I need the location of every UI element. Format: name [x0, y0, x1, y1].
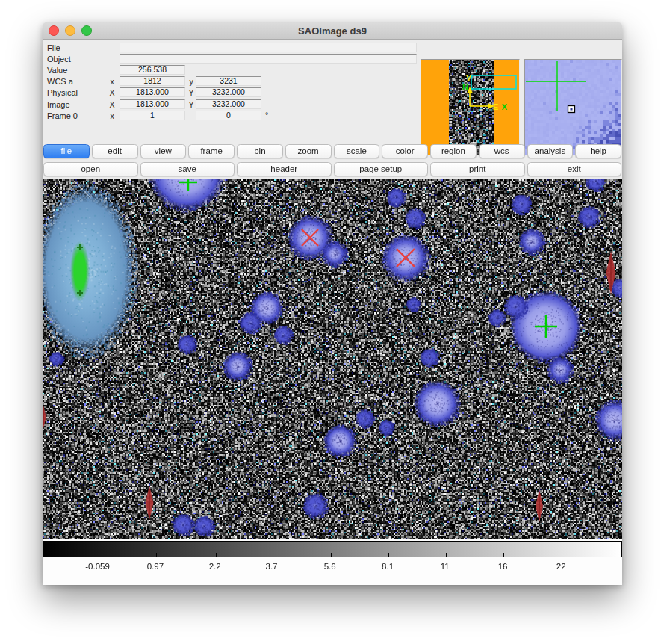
menu-frame[interactable]: frame: [188, 144, 235, 158]
coord-label: Y: [186, 88, 196, 97]
coord-label: X: [107, 88, 117, 97]
panner-panel[interactable]: Y N E X: [421, 59, 520, 155]
colorbar-tick-label: 3.7: [266, 562, 278, 571]
info-field-wcs-a[interactable]: 1812: [120, 76, 185, 86]
info-row-value: Value256.538: [43, 65, 423, 75]
coord-label: x: [107, 77, 117, 86]
button-header[interactable]: header: [237, 162, 332, 176]
titlebar[interactable]: SAOImage ds9: [43, 22, 622, 40]
colorbar-tick-label: 11: [441, 562, 450, 571]
info-field-file[interactable]: [120, 43, 417, 52]
info-row-label: Frame 0: [47, 111, 78, 120]
sky-image[interactable]: [43, 179, 622, 539]
compass-x-label: X: [502, 102, 508, 111]
info-field-frame-0[interactable]: 0: [196, 111, 261, 120]
button-save[interactable]: save: [140, 162, 235, 176]
coord-label: X: [107, 100, 117, 109]
info-row-wcs-a: WCS ax1812y3231: [43, 76, 423, 87]
traffic-lights: [49, 22, 92, 39]
colorbar-tick: [562, 553, 562, 557]
window-title: SAOImage ds9: [43, 25, 622, 37]
info-panel: FileObjectValue256.538WCS ax1812y3231Phy…: [43, 40, 622, 143]
colorbar-tick-label: -0.059: [85, 562, 110, 571]
file-actions-bar: opensaveheaderpage setupprintexit: [43, 162, 621, 176]
colorbar-tick: [273, 553, 273, 557]
colorbar-tick-label: 22: [556, 562, 566, 571]
menu-zoom[interactable]: zoom: [285, 144, 332, 158]
info-row-label: Object: [47, 55, 71, 64]
info-field-wcs-a[interactable]: 3231: [196, 76, 261, 86]
zoom-window-button[interactable]: [81, 25, 92, 36]
info-row-object: Object: [43, 54, 423, 64]
colorbar-tick: [388, 553, 389, 557]
minimize-window-button[interactable]: [65, 25, 75, 36]
colorbar-tick-label: 5.6: [324, 562, 336, 571]
info-field-physical[interactable]: 1813.000: [120, 87, 185, 97]
compass-e-label: E: [493, 102, 498, 111]
info-field-object[interactable]: [120, 54, 417, 64]
close-window-button[interactable]: [49, 25, 59, 36]
magnifier-overlay: [525, 60, 621, 155]
coord-label: Y: [186, 100, 196, 109]
colorbar-tick-label: 8.1: [382, 562, 394, 571]
colorbar-tick: [331, 553, 332, 557]
button-page-setup[interactable]: page setup: [334, 162, 429, 176]
colorbar-tick: [156, 553, 157, 557]
menu-scale[interactable]: scale: [334, 144, 380, 158]
panner-compass: Y N E X: [462, 74, 508, 111]
info-field-physical[interactable]: 3232.000: [196, 87, 261, 97]
compass-n-label: N: [462, 82, 468, 91]
menu-analysis[interactable]: analysis: [527, 144, 574, 158]
menu-wcs[interactable]: wcs: [479, 144, 525, 158]
menu-bin[interactable]: bin: [237, 144, 283, 158]
info-field-frame-0[interactable]: 1: [120, 111, 185, 120]
coord-label: y: [186, 77, 196, 86]
info-row-frame-0: Frame 0x10°: [43, 111, 423, 121]
colorbar-tick: [216, 553, 217, 557]
menu-edit[interactable]: edit: [92, 144, 138, 158]
panner-overlay: Y N E X: [421, 60, 519, 155]
colorbar-gradient[interactable]: [43, 541, 622, 557]
menu-bar: fileeditviewframebinzoomscalecolorregion…: [43, 144, 621, 158]
magnifier-pixel-box: [568, 106, 575, 113]
info-field-image[interactable]: 3232.000: [196, 99, 261, 109]
colorbar-tick: [99, 553, 99, 557]
info-row-label: Image: [47, 100, 70, 109]
colorbar-tick-label: 2.2: [209, 562, 221, 571]
button-exit[interactable]: exit: [527, 162, 622, 176]
menu-view[interactable]: view: [140, 144, 187, 158]
ds9-window: SAOImage ds9 FileObjectValue256.538WCS a…: [43, 22, 622, 585]
menu-help[interactable]: help: [575, 144, 621, 158]
coord-label: x: [107, 111, 117, 120]
magnifier-panel[interactable]: [524, 59, 622, 155]
info-row-image: ImageX1813.000Y3232.000: [43, 99, 423, 110]
degree-suffix: °: [265, 111, 268, 120]
colorbar-tick: [446, 553, 447, 557]
colorbar-tick-label: 16: [498, 562, 508, 571]
info-row-label: WCS a: [47, 77, 73, 86]
menu-file[interactable]: file: [43, 144, 90, 158]
colorbar-tick-label: 0.97: [147, 562, 164, 571]
colorbar-tick: [503, 553, 504, 557]
info-field-value[interactable]: 256.538: [120, 65, 185, 75]
info-row-label: Value: [47, 66, 67, 75]
menu-color[interactable]: color: [382, 144, 428, 158]
info-row-physical: PhysicalX1813.000Y3232.000: [43, 87, 423, 98]
button-open[interactable]: open: [43, 162, 138, 176]
image-display[interactable]: [43, 179, 622, 539]
info-field-image[interactable]: 1813.000: [120, 99, 185, 109]
button-print[interactable]: print: [430, 162, 525, 176]
colorbar: -0.0590.972.23.75.68.1111622: [43, 539, 622, 585]
info-row-label: File: [47, 43, 60, 52]
info-row-label: Physical: [47, 88, 78, 97]
info-row-file: File: [43, 43, 423, 53]
panner-viewbox[interactable]: [471, 75, 516, 89]
menu-region[interactable]: region: [430, 144, 477, 158]
